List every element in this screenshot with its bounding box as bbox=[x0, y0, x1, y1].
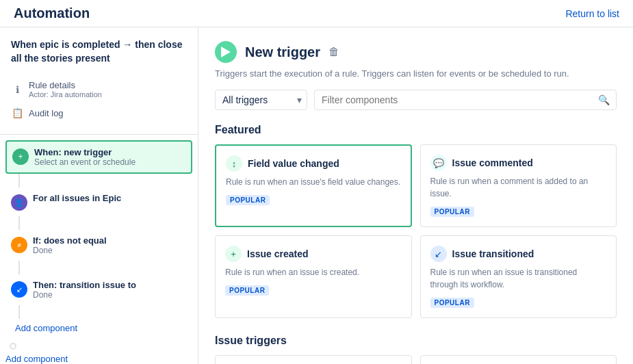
card-header-fvc: ↕ Field value changed bbox=[226, 155, 401, 172]
transition-icon: ↙ bbox=[430, 246, 447, 262]
sidebar-meta: ℹ Rule details Actor: Jira automation 📋 … bbox=[0, 76, 198, 129]
step-then-action[interactable]: ↙ Then: transition issue to Done bbox=[5, 274, 192, 305]
field-value-icon: ↕ bbox=[226, 155, 242, 172]
issue-triggers-section-title: Issue triggers bbox=[215, 335, 617, 347]
badge-icr: POPULAR bbox=[225, 285, 269, 296]
add-component-outer-label: Add component bbox=[5, 354, 68, 364]
rule-details-sublabel: Actor: Jira automation bbox=[29, 90, 102, 99]
connector-1 bbox=[18, 174, 20, 187]
card-header-icr: + Issue created bbox=[225, 246, 402, 262]
issue-trigger-cards-grid: ↕ Field value changed Rule is run when a… bbox=[215, 355, 617, 364]
step-icon-trigger: + bbox=[12, 148, 29, 165]
step-text-trigger: When: new trigger Select an event or sch… bbox=[34, 147, 185, 167]
card-desc-fvc: Rule is run when an issue's field value … bbox=[226, 176, 401, 188]
step-when-trigger[interactable]: + When: new trigger Select an event or s… bbox=[5, 140, 192, 174]
sidebar-steps: + When: new trigger Select an event or s… bbox=[0, 140, 198, 337]
step-sublabel-trigger: Select an event or schedule bbox=[34, 157, 185, 167]
step-sublabel-then: Done bbox=[33, 290, 187, 300]
trash-icon[interactable]: 🗑 bbox=[328, 46, 339, 58]
step-sublabel-if: Done bbox=[33, 246, 187, 255]
card-issue-transitioned-featured[interactable]: ↙ Issue transitioned Rule is run when an… bbox=[420, 235, 617, 318]
step-text-for-all: For all issues in Epic bbox=[33, 193, 187, 203]
card-desc-icr: Rule is run when an issue is created. bbox=[225, 266, 402, 278]
add-component-inner-label: Add component bbox=[15, 323, 77, 333]
return-to-list-link[interactable]: Return to list bbox=[565, 8, 619, 19]
card-issue-assigned[interactable]: 👤 Issue assigned Rule is run when an iss… bbox=[420, 355, 617, 364]
step-text-then: Then: transition issue to Done bbox=[33, 280, 187, 300]
step-icon-if: ≠ bbox=[11, 237, 27, 253]
sidebar: When epic is completed → then close all … bbox=[0, 27, 198, 364]
search-icon: 🔍 bbox=[598, 94, 610, 105]
info-icon: ℹ bbox=[11, 83, 23, 96]
filter-input-wrapper: 🔍 bbox=[314, 90, 617, 110]
step-label-for-all: For all issues in Epic bbox=[33, 193, 187, 203]
audit-icon: 📋 bbox=[11, 107, 23, 119]
card-title-icr: Issue created bbox=[247, 248, 309, 259]
rule-details-text: Rule details Actor: Jira automation bbox=[29, 80, 102, 99]
connector-4 bbox=[18, 305, 20, 319]
card-desc-it: Rule is run when an issue is transitione… bbox=[430, 266, 607, 291]
trigger-select[interactable]: All triggers Issue triggers Project trig… bbox=[215, 90, 307, 110]
badge-ic: POPULAR bbox=[430, 207, 474, 217]
card-field-value-changed-issue[interactable]: ↕ Field value changed Rule is run when a… bbox=[215, 355, 412, 364]
comment-icon: 💬 bbox=[430, 155, 447, 171]
top-bar: Automation Return to list bbox=[0, 0, 633, 27]
card-desc-ic: Rule is run when a comment is added to a… bbox=[430, 175, 607, 200]
card-issue-created-featured[interactable]: + Issue created Rule is run when an issu… bbox=[215, 235, 412, 318]
step-label-if: If: does not equal bbox=[33, 235, 187, 246]
featured-section-title: Featured bbox=[215, 124, 617, 136]
card-title-ic: Issue commented bbox=[452, 157, 533, 168]
add-dot bbox=[10, 343, 16, 350]
filter-row: All triggers Issue triggers Project trig… bbox=[215, 90, 617, 110]
step-label-then: Then: transition issue to bbox=[33, 280, 187, 290]
add-component-outer[interactable]: Add component bbox=[0, 350, 198, 364]
issue-created-icon: + bbox=[225, 246, 242, 262]
add-component-inner[interactable]: Add component bbox=[5, 319, 192, 337]
content-area: New trigger 🗑 Triggers start the executi… bbox=[198, 27, 633, 364]
step-icon-for-all: 👤 bbox=[11, 194, 27, 211]
card-header-it: ↙ Issue transitioned bbox=[430, 246, 607, 262]
trigger-play-icon bbox=[215, 41, 237, 63]
app-container: Automation Return to list When epic is c… bbox=[0, 0, 633, 364]
connector-2 bbox=[18, 216, 20, 230]
card-issue-commented-featured[interactable]: 💬 Issue commented Rule is run when a com… bbox=[420, 144, 617, 227]
trigger-select-wrapper: All triggers Issue triggers Project trig… bbox=[215, 90, 307, 110]
step-label-trigger: When: new trigger bbox=[34, 147, 185, 157]
content-subtitle: Triggers start the execution of a rule. … bbox=[215, 68, 617, 79]
main-layout: When epic is completed → then close all … bbox=[0, 27, 633, 364]
svg-marker-0 bbox=[221, 47, 231, 57]
audit-log-label: Audit log bbox=[29, 108, 64, 118]
badge-fvc: POPULAR bbox=[226, 195, 270, 205]
rule-details-item[interactable]: ℹ Rule details Actor: Jira automation bbox=[11, 76, 187, 103]
card-header-ic: 💬 Issue commented bbox=[430, 155, 607, 171]
featured-cards-grid: ↕ Field value changed Rule is run when a… bbox=[215, 144, 617, 318]
rule-title: When epic is completed → then close all … bbox=[0, 38, 198, 76]
step-icon-then: ↙ bbox=[11, 281, 27, 298]
trigger-title: New trigger bbox=[245, 44, 320, 60]
step-text-if: If: does not equal Done bbox=[33, 235, 187, 255]
badge-it: POPULAR bbox=[430, 298, 474, 308]
rule-details-label: Rule details bbox=[29, 80, 102, 90]
step-for-all[interactable]: 👤 For all issues in Epic bbox=[5, 187, 192, 216]
connector-3 bbox=[18, 261, 20, 274]
add-component-outer-wrapper: Add component bbox=[0, 343, 198, 364]
filter-input[interactable] bbox=[314, 90, 617, 110]
card-title-fvc: Field value changed bbox=[248, 158, 339, 169]
audit-log-item[interactable]: 📋 Audit log bbox=[11, 103, 187, 123]
sidebar-divider bbox=[0, 134, 198, 135]
step-if-condition[interactable]: ≠ If: does not equal Done bbox=[5, 230, 192, 261]
app-title: Automation bbox=[14, 5, 90, 21]
content-header: New trigger 🗑 bbox=[215, 41, 617, 63]
card-field-value-changed-featured[interactable]: ↕ Field value changed Rule is run when a… bbox=[215, 144, 412, 227]
card-title-it: Issue transitioned bbox=[452, 248, 534, 259]
